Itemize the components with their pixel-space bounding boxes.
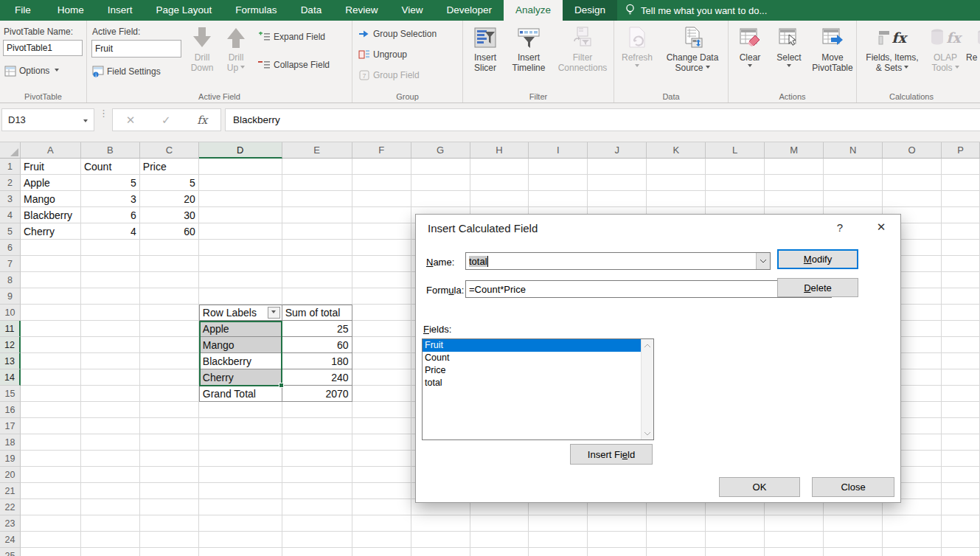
cell-M3[interactable]	[765, 191, 824, 207]
cell-P23[interactable]	[942, 515, 980, 532]
cell-B15[interactable]	[81, 386, 140, 402]
cell-O2[interactable]	[883, 175, 942, 191]
cell-A22[interactable]	[21, 499, 81, 515]
cell-C5[interactable]: 60	[140, 223, 199, 240]
cell-A10[interactable]	[21, 305, 81, 321]
cell-B12[interactable]	[81, 337, 140, 353]
col-header-H[interactable]: H	[470, 142, 529, 159]
clear-button[interactable]: Clear	[731, 24, 768, 69]
cell-C18[interactable]	[140, 434, 199, 451]
cell-A23[interactable]	[21, 515, 81, 532]
cell-K24[interactable]	[647, 532, 706, 548]
cell-E9[interactable]	[282, 288, 352, 305]
cell-O1[interactable]	[883, 159, 942, 175]
cell-G2[interactable]	[411, 175, 470, 191]
tab-developer[interactable]: Developer	[434, 0, 504, 21]
cell-E15[interactable]: 2070	[282, 386, 352, 402]
col-header-B[interactable]: B	[81, 142, 140, 159]
cell-N23[interactable]	[824, 515, 883, 532]
col-header-J[interactable]: J	[588, 142, 647, 159]
cell-K2[interactable]	[647, 175, 706, 191]
cell-F8[interactable]	[352, 272, 411, 288]
cell-D6[interactable]	[199, 240, 282, 256]
tab-analyze[interactable]: Analyze	[504, 0, 563, 21]
row-header-17[interactable]: 17	[0, 418, 21, 434]
cell-D14[interactable]: Cherry	[199, 369, 282, 386]
cell-E20[interactable]	[282, 467, 352, 483]
cell-C9[interactable]	[140, 288, 199, 305]
cell-B23[interactable]	[81, 515, 140, 532]
cell-F21[interactable]	[352, 483, 411, 499]
cell-J1[interactable]	[588, 159, 647, 175]
insert-field-button[interactable]: Insert Field	[570, 444, 653, 465]
cell-P4[interactable]	[942, 207, 980, 223]
cell-P2[interactable]	[942, 175, 980, 191]
cell-E4[interactable]	[282, 207, 352, 223]
cell-E16[interactable]	[282, 402, 352, 418]
cell-E5[interactable]	[282, 223, 352, 240]
row-header-2[interactable]: 2	[0, 175, 21, 191]
cell-F22[interactable]	[352, 499, 411, 515]
cell-B21[interactable]	[81, 483, 140, 499]
row-header-16[interactable]: 16	[0, 402, 21, 418]
cell-N2[interactable]	[824, 175, 883, 191]
cell-D2[interactable]	[199, 175, 282, 191]
cell-F18[interactable]	[352, 434, 411, 451]
cell-C20[interactable]	[140, 467, 199, 483]
name-box[interactable]: D13	[1, 108, 94, 131]
cell-E10[interactable]: Sum of total	[282, 305, 352, 321]
cell-P20[interactable]	[942, 467, 980, 483]
cell-L25[interactable]	[706, 548, 765, 556]
cell-A6[interactable]	[21, 240, 81, 256]
move-pivottable-button[interactable]: MovePivotTable	[810, 24, 855, 73]
cell-D13[interactable]: Blackberry	[199, 353, 282, 369]
field-item-price[interactable]: Price	[423, 364, 641, 377]
cell-B25[interactable]	[81, 548, 140, 556]
cell-B17[interactable]	[81, 418, 140, 434]
cell-A21[interactable]	[21, 483, 81, 499]
cell-A18[interactable]	[21, 434, 81, 451]
cell-D3[interactable]	[199, 191, 282, 207]
cell-H1[interactable]	[470, 159, 529, 175]
cell-A24[interactable]	[21, 532, 81, 548]
help-icon[interactable]: ?	[833, 221, 847, 234]
col-header-D[interactable]: D	[199, 142, 282, 159]
ok-button[interactable]: OK	[719, 477, 800, 497]
cell-A19[interactable]	[21, 451, 81, 467]
cell-A1[interactable]: Fruit	[21, 159, 81, 175]
cell-E17[interactable]	[282, 418, 352, 434]
cell-P25[interactable]	[942, 548, 980, 556]
col-header-M[interactable]: M	[765, 142, 824, 159]
cell-D9[interactable]	[199, 288, 282, 305]
cell-P15[interactable]	[942, 386, 980, 402]
cell-F14[interactable]	[352, 369, 411, 386]
cell-E1[interactable]	[282, 159, 352, 175]
cell-F12[interactable]	[352, 337, 411, 353]
col-header-C[interactable]: C	[140, 142, 199, 159]
cell-M24[interactable]	[765, 532, 824, 548]
cell-P10[interactable]	[942, 305, 980, 321]
cell-O3[interactable]	[883, 191, 942, 207]
insert-timeline-button[interactable]: InsertTimeline	[506, 24, 552, 73]
cell-P1[interactable]	[942, 159, 980, 175]
insert-function-icon[interactable]: fx	[197, 114, 207, 127]
cell-H23[interactable]	[470, 515, 529, 532]
cell-P8[interactable]	[942, 272, 980, 288]
cell-L3[interactable]	[706, 191, 765, 207]
cell-P11[interactable]	[942, 321, 980, 337]
cell-F20[interactable]	[352, 467, 411, 483]
row-header-7[interactable]: 7	[0, 256, 21, 272]
cell-D20[interactable]	[199, 467, 282, 483]
cell-F25[interactable]	[352, 548, 411, 556]
cell-E2[interactable]	[282, 175, 352, 191]
cell-B13[interactable]	[81, 353, 140, 369]
cell-B7[interactable]	[81, 256, 140, 272]
cell-E24[interactable]	[282, 532, 352, 548]
cell-E3[interactable]	[282, 191, 352, 207]
cell-E6[interactable]	[282, 240, 352, 256]
row-header-12[interactable]: 12	[0, 337, 21, 353]
cell-F10[interactable]	[352, 305, 411, 321]
cell-C16[interactable]	[140, 402, 199, 418]
cell-E7[interactable]	[282, 256, 352, 272]
cell-D17[interactable]	[199, 418, 282, 434]
